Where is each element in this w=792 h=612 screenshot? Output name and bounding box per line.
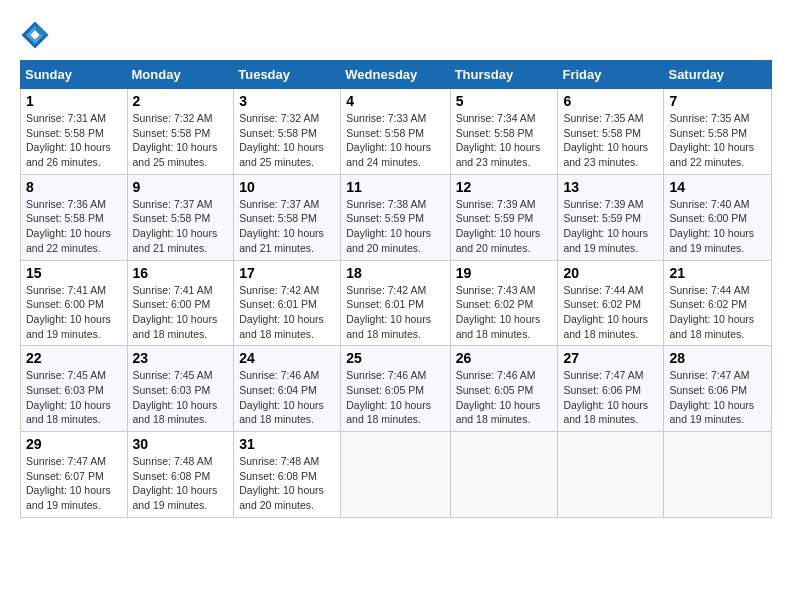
day-number: 23	[133, 350, 229, 366]
calendar-cell: 20Sunrise: 7:44 AMSunset: 6:02 PMDayligh…	[558, 260, 664, 346]
calendar-cell: 13Sunrise: 7:39 AMSunset: 5:59 PMDayligh…	[558, 174, 664, 260]
day-number: 12	[456, 179, 553, 195]
day-info: Sunrise: 7:43 AMSunset: 6:02 PMDaylight:…	[456, 284, 541, 340]
calendar-cell: 29Sunrise: 7:47 AMSunset: 6:07 PMDayligh…	[21, 432, 128, 518]
day-info: Sunrise: 7:32 AMSunset: 5:58 PMDaylight:…	[239, 112, 324, 168]
day-info: Sunrise: 7:33 AMSunset: 5:58 PMDaylight:…	[346, 112, 431, 168]
header-thursday: Thursday	[450, 61, 558, 89]
day-info: Sunrise: 7:36 AMSunset: 5:58 PMDaylight:…	[26, 198, 111, 254]
day-number: 2	[133, 93, 229, 109]
day-number: 25	[346, 350, 444, 366]
calendar-table: SundayMondayTuesdayWednesdayThursdayFrid…	[20, 60, 772, 518]
calendar-cell: 5Sunrise: 7:34 AMSunset: 5:58 PMDaylight…	[450, 89, 558, 175]
calendar-cell: 8Sunrise: 7:36 AMSunset: 5:58 PMDaylight…	[21, 174, 128, 260]
day-number: 1	[26, 93, 122, 109]
day-number: 6	[563, 93, 658, 109]
day-info: Sunrise: 7:42 AMSunset: 6:01 PMDaylight:…	[346, 284, 431, 340]
day-number: 14	[669, 179, 766, 195]
day-info: Sunrise: 7:37 AMSunset: 5:58 PMDaylight:…	[239, 198, 324, 254]
day-number: 16	[133, 265, 229, 281]
calendar-cell: 17Sunrise: 7:42 AMSunset: 6:01 PMDayligh…	[234, 260, 341, 346]
day-number: 8	[26, 179, 122, 195]
calendar-cell: 2Sunrise: 7:32 AMSunset: 5:58 PMDaylight…	[127, 89, 234, 175]
header-friday: Friday	[558, 61, 664, 89]
day-info: Sunrise: 7:35 AMSunset: 5:58 PMDaylight:…	[669, 112, 754, 168]
day-info: Sunrise: 7:47 AMSunset: 6:07 PMDaylight:…	[26, 455, 111, 511]
day-number: 9	[133, 179, 229, 195]
header-tuesday: Tuesday	[234, 61, 341, 89]
day-number: 31	[239, 436, 335, 452]
calendar-cell: 23Sunrise: 7:45 AMSunset: 6:03 PMDayligh…	[127, 346, 234, 432]
header-saturday: Saturday	[664, 61, 772, 89]
day-info: Sunrise: 7:47 AMSunset: 6:06 PMDaylight:…	[563, 369, 648, 425]
day-number: 21	[669, 265, 766, 281]
day-info: Sunrise: 7:42 AMSunset: 6:01 PMDaylight:…	[239, 284, 324, 340]
day-number: 5	[456, 93, 553, 109]
calendar-week-row: 15Sunrise: 7:41 AMSunset: 6:00 PMDayligh…	[21, 260, 772, 346]
day-info: Sunrise: 7:31 AMSunset: 5:58 PMDaylight:…	[26, 112, 111, 168]
day-number: 19	[456, 265, 553, 281]
day-number: 10	[239, 179, 335, 195]
day-number: 11	[346, 179, 444, 195]
calendar-cell: 7Sunrise: 7:35 AMSunset: 5:58 PMDaylight…	[664, 89, 772, 175]
day-info: Sunrise: 7:39 AMSunset: 5:59 PMDaylight:…	[563, 198, 648, 254]
day-info: Sunrise: 7:34 AMSunset: 5:58 PMDaylight:…	[456, 112, 541, 168]
calendar-cell	[341, 432, 450, 518]
day-info: Sunrise: 7:47 AMSunset: 6:06 PMDaylight:…	[669, 369, 754, 425]
calendar-week-row: 8Sunrise: 7:36 AMSunset: 5:58 PMDaylight…	[21, 174, 772, 260]
calendar-cell: 3Sunrise: 7:32 AMSunset: 5:58 PMDaylight…	[234, 89, 341, 175]
day-number: 24	[239, 350, 335, 366]
calendar-cell: 15Sunrise: 7:41 AMSunset: 6:00 PMDayligh…	[21, 260, 128, 346]
day-number: 29	[26, 436, 122, 452]
day-number: 18	[346, 265, 444, 281]
day-info: Sunrise: 7:46 AMSunset: 6:05 PMDaylight:…	[346, 369, 431, 425]
calendar-week-row: 22Sunrise: 7:45 AMSunset: 6:03 PMDayligh…	[21, 346, 772, 432]
calendar-cell: 24Sunrise: 7:46 AMSunset: 6:04 PMDayligh…	[234, 346, 341, 432]
calendar-cell: 21Sunrise: 7:44 AMSunset: 6:02 PMDayligh…	[664, 260, 772, 346]
day-number: 3	[239, 93, 335, 109]
day-info: Sunrise: 7:41 AMSunset: 6:00 PMDaylight:…	[133, 284, 218, 340]
calendar-cell: 4Sunrise: 7:33 AMSunset: 5:58 PMDaylight…	[341, 89, 450, 175]
day-number: 4	[346, 93, 444, 109]
day-info: Sunrise: 7:32 AMSunset: 5:58 PMDaylight:…	[133, 112, 218, 168]
day-info: Sunrise: 7:44 AMSunset: 6:02 PMDaylight:…	[563, 284, 648, 340]
calendar-cell: 28Sunrise: 7:47 AMSunset: 6:06 PMDayligh…	[664, 346, 772, 432]
day-info: Sunrise: 7:35 AMSunset: 5:58 PMDaylight:…	[563, 112, 648, 168]
header-monday: Monday	[127, 61, 234, 89]
calendar-cell: 9Sunrise: 7:37 AMSunset: 5:58 PMDaylight…	[127, 174, 234, 260]
day-number: 22	[26, 350, 122, 366]
day-number: 27	[563, 350, 658, 366]
day-info: Sunrise: 7:48 AMSunset: 6:08 PMDaylight:…	[133, 455, 218, 511]
day-info: Sunrise: 7:37 AMSunset: 5:58 PMDaylight:…	[133, 198, 218, 254]
day-info: Sunrise: 7:40 AMSunset: 6:00 PMDaylight:…	[669, 198, 754, 254]
calendar-cell: 30Sunrise: 7:48 AMSunset: 6:08 PMDayligh…	[127, 432, 234, 518]
calendar-cell: 6Sunrise: 7:35 AMSunset: 5:58 PMDaylight…	[558, 89, 664, 175]
calendar-cell: 26Sunrise: 7:46 AMSunset: 6:05 PMDayligh…	[450, 346, 558, 432]
calendar-cell: 25Sunrise: 7:46 AMSunset: 6:05 PMDayligh…	[341, 346, 450, 432]
calendar-cell	[558, 432, 664, 518]
day-info: Sunrise: 7:41 AMSunset: 6:00 PMDaylight:…	[26, 284, 111, 340]
day-info: Sunrise: 7:46 AMSunset: 6:05 PMDaylight:…	[456, 369, 541, 425]
calendar-cell: 31Sunrise: 7:48 AMSunset: 6:08 PMDayligh…	[234, 432, 341, 518]
day-info: Sunrise: 7:38 AMSunset: 5:59 PMDaylight:…	[346, 198, 431, 254]
calendar-cell: 12Sunrise: 7:39 AMSunset: 5:59 PMDayligh…	[450, 174, 558, 260]
calendar-cell: 10Sunrise: 7:37 AMSunset: 5:58 PMDayligh…	[234, 174, 341, 260]
day-info: Sunrise: 7:45 AMSunset: 6:03 PMDaylight:…	[133, 369, 218, 425]
calendar-cell: 16Sunrise: 7:41 AMSunset: 6:00 PMDayligh…	[127, 260, 234, 346]
logo-icon	[20, 20, 50, 50]
day-info: Sunrise: 7:44 AMSunset: 6:02 PMDaylight:…	[669, 284, 754, 340]
day-number: 26	[456, 350, 553, 366]
calendar-cell: 18Sunrise: 7:42 AMSunset: 6:01 PMDayligh…	[341, 260, 450, 346]
day-number: 17	[239, 265, 335, 281]
calendar-cell	[450, 432, 558, 518]
day-number: 28	[669, 350, 766, 366]
page-header	[20, 20, 772, 50]
calendar-cell: 1Sunrise: 7:31 AMSunset: 5:58 PMDaylight…	[21, 89, 128, 175]
day-info: Sunrise: 7:39 AMSunset: 5:59 PMDaylight:…	[456, 198, 541, 254]
logo	[20, 20, 54, 50]
calendar-cell: 14Sunrise: 7:40 AMSunset: 6:00 PMDayligh…	[664, 174, 772, 260]
day-info: Sunrise: 7:46 AMSunset: 6:04 PMDaylight:…	[239, 369, 324, 425]
day-number: 13	[563, 179, 658, 195]
calendar-cell: 22Sunrise: 7:45 AMSunset: 6:03 PMDayligh…	[21, 346, 128, 432]
day-info: Sunrise: 7:48 AMSunset: 6:08 PMDaylight:…	[239, 455, 324, 511]
